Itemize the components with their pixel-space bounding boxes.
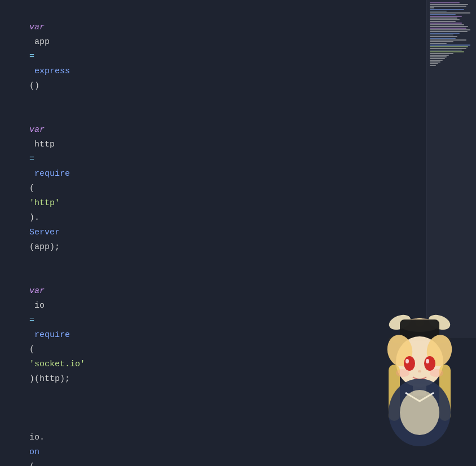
mini-line — [430, 29, 470, 30]
code-line: var io = require ( 'socket.io' )(http); — [9, 269, 417, 401]
svg-point-20 — [400, 390, 439, 435]
keyword-var: var — [29, 23, 45, 32]
code-line-blank — [9, 401, 417, 416]
mini-line — [430, 33, 460, 34]
mini-line — [430, 4, 468, 5]
mini-line — [430, 45, 470, 46]
mini-line — [430, 43, 447, 44]
mini-line — [430, 14, 456, 15]
svg-point-12 — [424, 356, 435, 371]
mini-line — [430, 28, 466, 29]
mini-line — [430, 11, 447, 12]
mini-line — [430, 51, 464, 52]
anime-character-decoration — [363, 308, 476, 466]
mini-line — [430, 24, 464, 25]
mini-line — [430, 7, 434, 8]
code-line: var app = express () — [9, 6, 417, 108]
code-line: io. on ( 'connection' , function ( socke… — [9, 416, 417, 466]
mini-line — [430, 61, 440, 63]
mini-line — [430, 16, 462, 17]
mini-line — [430, 31, 468, 32]
svg-point-15 — [418, 370, 421, 372]
mini-line — [430, 6, 466, 7]
svg-point-14 — [426, 359, 429, 363]
mini-line — [430, 17, 457, 19]
svg-point-17 — [430, 369, 443, 377]
svg-point-13 — [406, 359, 409, 363]
mini-line — [430, 58, 445, 59]
mini-line — [430, 46, 468, 47]
mini-line — [430, 19, 460, 20]
mini-line — [430, 50, 462, 51]
mini-line — [430, 48, 466, 49]
mini-line — [430, 65, 436, 66]
mini-line — [430, 55, 449, 56]
mini-line — [430, 60, 443, 61]
svg-point-16 — [396, 369, 409, 377]
mini-line — [430, 12, 470, 14]
mini-line — [430, 63, 438, 64]
code-editor: var app = express () var http = require … — [0, 0, 426, 466]
svg-point-11 — [404, 356, 415, 371]
mini-line — [430, 34, 453, 35]
mini-line — [430, 39, 466, 41]
mini-line — [430, 56, 447, 57]
mini-line — [430, 21, 456, 22]
mini-line — [430, 9, 464, 10]
minimap — [426, 0, 476, 338]
anime-svg — [363, 308, 476, 466]
minimap-sidebar[interactable] — [426, 0, 476, 338]
code-line: var http = require ( 'http' ). Server (a… — [9, 108, 417, 269]
mini-line — [430, 23, 462, 24]
mini-line — [430, 2, 460, 3]
mini-line — [430, 41, 453, 42]
mini-line — [430, 26, 468, 27]
mini-line — [430, 36, 457, 37]
minimap-lines — [426, 0, 476, 69]
mini-line — [430, 38, 456, 39]
mini-line — [430, 53, 453, 54]
